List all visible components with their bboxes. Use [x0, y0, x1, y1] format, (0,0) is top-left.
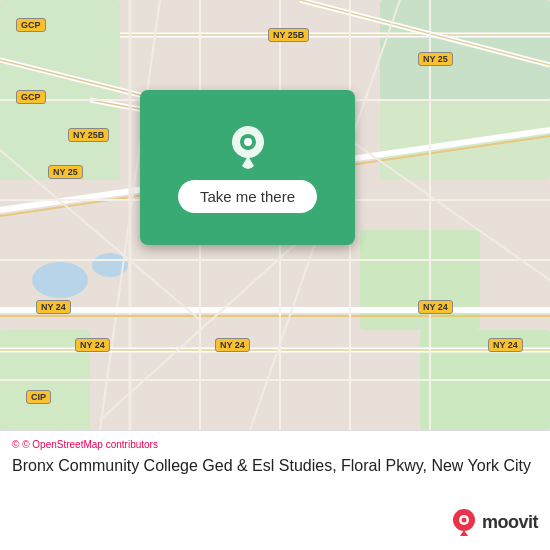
svg-rect-2 — [380, 0, 550, 100]
road-badge-ny25b-left: NY 25B — [68, 128, 109, 142]
map-card: Take me there — [140, 90, 355, 245]
moovit-logo: moovit — [450, 508, 538, 536]
road-badge-ny24-r: NY 24 — [418, 300, 453, 314]
road-badge-ny25b-top: NY 25B — [268, 28, 309, 42]
svg-point-39 — [244, 138, 252, 146]
bottom-panel: © © OpenStreetMap contributors Bronx Com… — [0, 430, 550, 550]
road-badge-gcp1: GCP — [16, 18, 46, 32]
osm-credit: © © OpenStreetMap contributors — [12, 439, 538, 450]
road-badge-ny24-l2: NY 24 — [75, 338, 110, 352]
road-badge-ny24-c: NY 24 — [215, 338, 250, 352]
road-badge-gcp2: GCP — [16, 90, 46, 104]
map-view: GCP NY 25B NY 25 GCP NY 25B NY 25 NY 24 … — [0, 0, 550, 430]
road-badge-ny24-fr: NY 24 — [488, 338, 523, 352]
svg-point-7 — [32, 262, 88, 298]
moovit-pin-icon — [450, 508, 478, 536]
road-badge-cip: CIP — [26, 390, 51, 404]
take-me-there-button[interactable]: Take me there — [178, 180, 317, 213]
osm-copyright-symbol: © — [12, 439, 19, 450]
road-badge-ny25-left: NY 25 — [48, 165, 83, 179]
osm-credit-text: © OpenStreetMap contributors — [22, 439, 158, 450]
road-badge-ny25-right: NY 25 — [418, 52, 453, 66]
moovit-label: moovit — [482, 512, 538, 533]
svg-point-42 — [461, 518, 466, 523]
location-pin-icon — [224, 122, 272, 170]
road-badge-ny24-l: NY 24 — [36, 300, 71, 314]
